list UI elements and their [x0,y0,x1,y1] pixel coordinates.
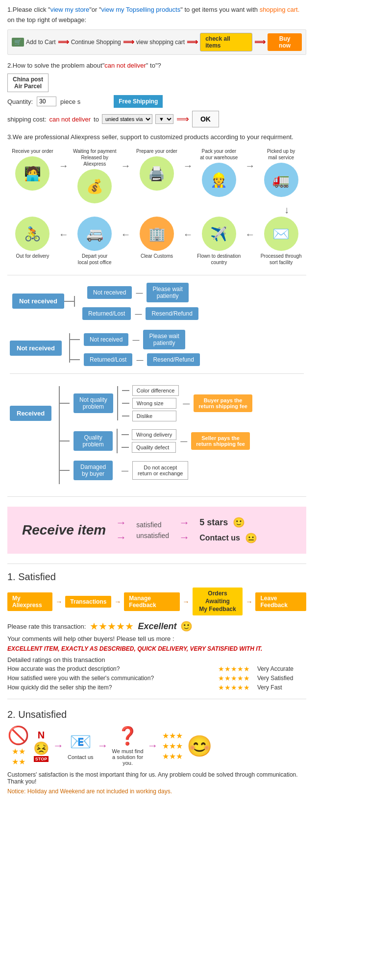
bc-orders-awaiting[interactable]: Orders AwaitingMy Feedback [193,588,243,615]
process-step-3: Prepare your order 🖨️ [132,148,182,191]
wrong-size-box: Wrong size [132,398,176,409]
link-view-store[interactable]: view my store [50,6,89,13]
rating-stars-2: ★★★★★ [218,674,257,682]
unsat-arrow-2: → [98,739,108,752]
step-continue: Continue Shopping [71,39,121,46]
step-continue-label: Continue Shopping [71,39,121,46]
sad-emoji: 😣 [33,741,49,756]
step10-icon: 🚴 [15,217,49,251]
shipping-method-select[interactable]: ▼ [155,114,173,124]
nr-branch1: Not received [84,333,128,346]
divider-4 [7,564,306,564]
step1-icon: 🧑‍💻 [15,156,49,191]
bc-my-aliexpress[interactable]: My Aliexpress [7,592,52,611]
piece-suffix: piece s [60,98,80,105]
section1-intro: 1.Please click "view my store"or "view m… [7,5,306,15]
branch-returned-lost: Returned/Lost [82,307,131,320]
contact-us-unsat: Contact us [68,754,94,760]
unsat-step-solution: ❓ We must finda solution foryou. [112,726,144,766]
ok-button[interactable]: OK [192,111,219,127]
step1-label: Receive your order [12,148,53,154]
notice1-text: Customers' satisfaction is the most impo… [7,771,306,785]
email-icon: 📧 [70,732,92,752]
section1-sub: on the top right of webpage: [7,15,306,25]
link-topselling[interactable]: view my Topselling products [101,6,181,13]
happy-emoji-unsat: 😊 [187,734,212,758]
step9-icon: 🚐 [77,217,112,251]
process-step-6: ✉️ Processed throughsort facility [256,217,306,268]
step2-icon: 💰 [77,169,112,203]
step3-label: Prepare your order [136,148,177,154]
qty-input[interactable] [37,97,56,106]
sat-outcomes: satisfied unsatisfied [136,521,169,539]
arrow-4-5: → [245,160,255,172]
step4-label: Pack your orderat our warehouse [200,148,238,161]
sat-arrows-col: → → [179,516,190,544]
detailed-label: Detailed ratings on this transaction [7,656,306,663]
nr-result2: Resend/Refund [147,353,199,366]
excellent-text: Excellent [138,621,176,632]
rating-label-1: How accurate was the product description… [7,665,218,672]
arrow3: ⟹ [187,37,198,47]
bc-arrow-3: → [183,598,190,606]
arrow-6-7: ← [183,229,193,240]
step4-icon: 👷 [202,163,236,197]
sat-arrow-2: → [116,531,126,544]
divider-1 [7,275,306,275]
buy-now-button[interactable]: Buy now [268,33,302,51]
china-post-line2: Air Parcel [14,83,42,90]
excellent-smiley: 🙂 [180,620,193,632]
nr-label-box: Not received [10,341,62,356]
can-not-deliver-text: can not deliver [104,62,146,69]
n-letter: N [38,730,45,741]
bc-transactions[interactable]: Transactions [65,596,111,608]
ratings-table: Detailed ratings on this transaction How… [7,656,306,691]
step7-icon: ✈️ [202,217,236,251]
bc-arrow-2: → [114,598,121,606]
unsatisfied-section: 2. Unsatisfied 🚫 ★★ ★★ N 😣 STOP → 📧 Cont… [7,709,306,795]
rate-stars: ★★★★★ [90,620,134,632]
result-resend-refund: Resend/Refund [146,307,198,320]
rating-label-3: How quickly did the seller ship the item… [7,684,218,691]
cart-icon: 🛒 [12,38,24,47]
bc-leave-feedback[interactable]: Leave Feedback [255,592,306,611]
unsat-step-n: N 😣 STOP [33,730,49,762]
shipping-via-select[interactable]: unied states via [102,114,152,124]
check-all-btn[interactable]: check all items [200,33,252,51]
unsat-arrow-1: → [53,739,64,752]
bc-manage-feedback[interactable]: Manage Feedback [124,592,179,611]
not-quality-box: Not qualityproblem [74,393,113,413]
dislike-box: Dislike [132,411,176,421]
shipping-red-text: can not deliver [49,116,91,123]
step6-icon: ✉️ [264,217,298,251]
rating-result-3: Very Fast [257,684,306,691]
satisfied-heading: 1. Satisfied [7,571,306,583]
nr-result1: Please waitpatiently [143,330,185,349]
step5-icon: 🚛 [264,163,298,197]
no-return-box: Do not acceptreturn or exchange [132,461,188,480]
quality-defect-box: Quality defect [132,442,176,453]
process-step-9: 🚐 Depart yourlocal post office [70,217,120,268]
sat-arrow-1: → [116,516,126,529]
process-step-7: ✈️ Flown to destinationcountry [194,217,244,268]
step2-label: Waiting for paymentReleased by Aliexpres… [70,148,120,167]
unsat-arrow-3: → [147,739,158,752]
divider-5 [7,699,306,699]
branch-not-received: Not received [87,286,132,299]
received-label-box: Received [10,406,51,421]
divider-2 [10,373,304,374]
satisfaction-banner: Receive item → → satisfied unsatisfied →… [7,507,306,554]
process-step-1: Receive your order 🧑‍💻 [7,148,58,191]
not-received-diagram: Not received Not received — Please waitp… [7,283,306,320]
step9-label: Depart yourlocal post office [78,253,112,266]
step-add-to-cart: 🛒 Add to Cart [12,38,56,47]
step-add-label: Add to Cart [26,39,56,46]
unsatisfied-heading: 2. Unsatisfied [7,709,306,720]
satisfied-row: satisfied [136,521,169,529]
free-shipping-text: Free Shipping [119,98,158,105]
shipping-label: shipping cost: [7,116,47,123]
result-wait-patiently: Please waitpatiently [147,283,188,302]
step6-label: Processed throughsort facility [261,253,302,266]
arrow-8-9: ← [59,229,69,240]
unsat-step-email: 📧 Contact us [68,732,94,760]
